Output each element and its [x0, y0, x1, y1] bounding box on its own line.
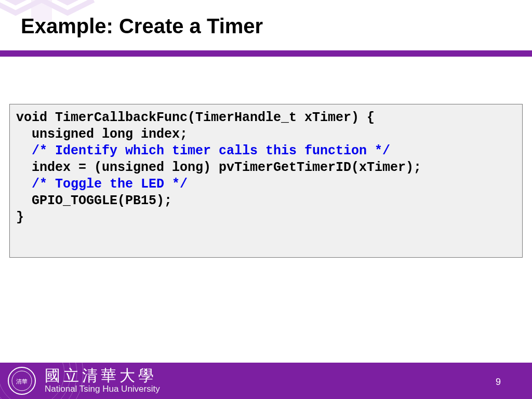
page-number: 9 [496, 377, 501, 388]
code-line: unsigned long index; [16, 127, 188, 142]
footer-bar: 清華 國立清華大學 National Tsing Hua University … [0, 363, 532, 399]
code-line: void TimerCallbackFunc(TimerHandle_t xTi… [16, 110, 375, 125]
code-line: } [16, 210, 24, 225]
slide-title: Example: Create a Timer [21, 15, 511, 38]
svg-text:清華: 清華 [16, 378, 28, 384]
title-divider [0, 50, 532, 57]
university-name-en: National Tsing Hua University [45, 384, 160, 394]
code-comment: /* Toggle the LED */ [16, 177, 188, 192]
content-area: void TimerCallbackFunc(TimerHandle_t xTi… [9, 104, 523, 258]
code-line: GPIO_TOGGLE(PB15); [16, 193, 172, 208]
university-name-cn: 國立清華大學 [45, 367, 160, 384]
code-block: void TimerCallbackFunc(TimerHandle_t xTi… [9, 104, 523, 258]
code-line: index = (unsigned long) pvTimerGetTimerI… [16, 160, 421, 175]
university-seal-icon: 清華 [7, 366, 36, 395]
code-comment: /* Identify which timer calls this funct… [16, 143, 390, 158]
